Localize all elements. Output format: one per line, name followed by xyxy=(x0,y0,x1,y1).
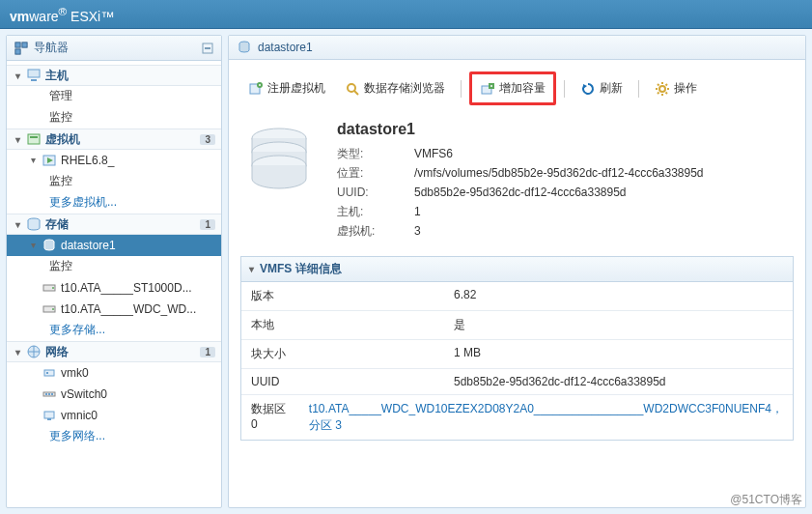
tree-vm-more[interactable]: 更多虚拟机... xyxy=(7,192,221,214)
register-vm-button[interactable]: 注册虚拟机 xyxy=(240,76,333,100)
svg-rect-2 xyxy=(15,48,20,53)
summary-type: VMFS6 xyxy=(414,144,453,163)
toolbar: 注册虚拟机 数据存储浏览器 增加容量 刷新 操作 xyxy=(229,60,805,111)
content-panel: datastore1 注册虚拟机 数据存储浏览器 增加容量 刷新 xyxy=(228,35,806,508)
tree-vmnic0[interactable]: vmnic0 xyxy=(7,405,221,426)
summary-hosts: 1 xyxy=(414,202,421,221)
navigator-title-text: 导航器 xyxy=(34,40,69,56)
svg-rect-22 xyxy=(48,393,50,395)
summary-section: datastore1 类型:VMFS6 位置:/vmfs/volumes/5db… xyxy=(229,111,805,256)
tree-vm-rhel[interactable]: ▾ RHEL6.8_ xyxy=(7,150,221,171)
tree-host-manage[interactable]: 管理 xyxy=(7,86,221,107)
chevron-down-icon: ▾ xyxy=(28,241,38,250)
svg-point-14 xyxy=(52,287,54,289)
vmfs-details-panel: ▾ VMFS 详细信息 版本6.82 本地是 块大小1 MB UUID5db85… xyxy=(240,256,794,441)
tree-vm-rhel-monitor[interactable]: 监控 xyxy=(7,171,221,192)
tree-network-more[interactable]: 更多网络... xyxy=(7,426,221,447)
navigator-title: 导航器 xyxy=(7,36,221,61)
svg-rect-7 xyxy=(28,134,40,144)
svg-rect-25 xyxy=(47,418,51,420)
svg-rect-0 xyxy=(15,42,20,46)
row-local: 本地是 xyxy=(241,311,793,340)
datastore-large-icon xyxy=(240,121,318,198)
network-count-badge: 1 xyxy=(200,347,215,357)
brand: vmware® ESXi™ xyxy=(10,5,114,24)
datastore-name: datastore1 xyxy=(337,121,704,138)
chevron-down-icon: ▾ xyxy=(13,347,22,357)
browser-icon xyxy=(345,81,360,97)
tree-host-monitor[interactable]: 监控 xyxy=(7,107,221,128)
summary-location: /vmfs/volumes/5db85b2e-95d362dc-df12-4cc… xyxy=(414,163,704,183)
navigator-title-actions xyxy=(202,43,213,54)
vswitch-icon xyxy=(42,386,57,402)
svg-point-29 xyxy=(348,84,355,92)
svg-point-16 xyxy=(52,308,54,310)
tree-disk-st1000[interactable]: t10.ATA_____ST1000D... xyxy=(7,277,221,299)
actions-button[interactable]: 操作 xyxy=(647,76,705,100)
navigator-panel: 导航器 ▾ 主机 管理 监控 ▾ 虚拟机 3 ▾ xyxy=(6,35,222,508)
chevron-down-icon: ▾ xyxy=(13,134,22,144)
vm-icon xyxy=(26,131,42,147)
summary-kv: datastore1 类型:VMFS6 位置:/vmfs/volumes/5db… xyxy=(337,121,704,241)
datastore-icon xyxy=(42,238,57,253)
nic-icon xyxy=(42,408,57,423)
disk-icon xyxy=(42,280,57,296)
increase-icon xyxy=(480,81,495,97)
tree-network-category[interactable]: ▾ 网络 1 xyxy=(7,341,221,362)
disk-icon xyxy=(42,301,57,317)
refresh-button[interactable]: 刷新 xyxy=(573,76,630,100)
svg-rect-23 xyxy=(51,393,53,395)
svg-rect-8 xyxy=(30,136,38,138)
datastore-browser-button[interactable]: 数据存储浏览器 xyxy=(337,76,453,100)
vm-count-badge: 3 xyxy=(200,134,215,145)
tree-storage-more[interactable]: 更多存储... xyxy=(7,320,221,341)
svg-rect-5 xyxy=(28,70,40,77)
tree-datastore1[interactable]: ▾ datastore1 xyxy=(7,235,221,256)
register-vm-icon xyxy=(248,81,264,97)
svg-marker-32 xyxy=(583,84,587,89)
content-title-text: datastore1 xyxy=(258,41,313,54)
chevron-down-icon: ▾ xyxy=(13,71,22,80)
collapse-icon[interactable] xyxy=(202,43,213,54)
row-uuid: UUID5db85b2e-95d362dc-df12-4ccc6a33895d xyxy=(241,369,793,395)
svg-rect-1 xyxy=(22,42,27,46)
chevron-down-icon: ▾ xyxy=(13,219,22,229)
vmfs-details-title[interactable]: ▾ VMFS 详细信息 xyxy=(241,257,793,282)
vmkernel-icon xyxy=(42,365,57,381)
chevron-down-icon: ▾ xyxy=(28,156,38,165)
storage-icon xyxy=(26,216,42,232)
svg-rect-21 xyxy=(45,393,47,395)
navigator-icon xyxy=(14,42,28,55)
svg-point-33 xyxy=(659,86,665,92)
tree-vswitch0[interactable]: vSwitch0 xyxy=(7,384,221,405)
tree-vm-category[interactable]: ▾ 虚拟机 3 xyxy=(7,128,221,150)
row-extent: 数据区 0t10.ATA_____WDC_WD10EZEX2D08Y2A0___… xyxy=(241,395,793,440)
increase-capacity-button[interactable]: 增加容量 xyxy=(469,71,556,105)
network-icon xyxy=(26,344,42,359)
separator xyxy=(638,80,639,98)
summary-vms: 3 xyxy=(414,221,421,241)
extent-link[interactable]: t10.ATA_____WDC_WD10EZEX2D08Y2A0________… xyxy=(299,395,793,440)
separator xyxy=(564,80,565,98)
tree-host[interactable]: ▾ 主机 xyxy=(7,65,221,86)
summary-uuid: 5db85b2e-95d362dc-df12-4ccc6a33895d xyxy=(414,183,627,202)
svg-rect-4 xyxy=(205,47,210,49)
tree-disk-wdc[interactable]: t10.ATA_____WDC_WD... xyxy=(7,299,221,320)
chevron-down-icon: ▾ xyxy=(249,264,254,274)
content-title-bar: datastore1 xyxy=(229,36,805,60)
svg-rect-6 xyxy=(31,79,37,81)
navigator-tree: ▾ 主机 管理 监控 ▾ 虚拟机 3 ▾ RHEL6.8_ 监控 更多虚拟机..… xyxy=(7,61,221,507)
host-icon xyxy=(26,68,42,83)
svg-rect-24 xyxy=(44,412,54,418)
vm-item-icon xyxy=(42,153,57,168)
datastore-icon xyxy=(237,40,252,55)
row-block: 块大小1 MB xyxy=(241,340,793,369)
svg-rect-19 xyxy=(46,372,48,374)
top-bar: vmware® ESXi™ xyxy=(0,0,812,29)
refresh-icon xyxy=(580,81,596,97)
svg-rect-18 xyxy=(44,370,54,376)
tree-vmk0[interactable]: vmk0 xyxy=(7,362,221,384)
tree-storage-category[interactable]: ▾ 存储 1 xyxy=(7,214,221,235)
tree-datastore1-monitor[interactable]: 监控 xyxy=(7,256,221,277)
watermark: @51CTO博客 xyxy=(730,492,802,508)
